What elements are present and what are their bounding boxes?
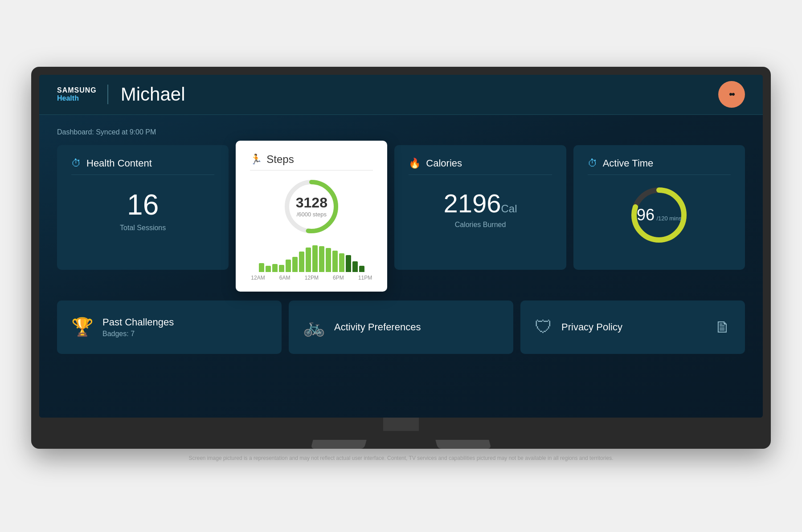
bar bbox=[319, 246, 324, 272]
sync-status: Dashboard: Synced at 9:00 PM bbox=[57, 128, 745, 136]
header-divider bbox=[107, 85, 108, 104]
bar bbox=[299, 252, 304, 272]
active-time-header: ⏱ Active Time bbox=[588, 158, 731, 175]
cards-row: ⏱ Health Content 16 Total Sessions 🏃 Ste… bbox=[57, 145, 745, 292]
active-time-icon: ⏱ bbox=[588, 158, 597, 169]
steps-icon: 🏃 bbox=[250, 154, 262, 165]
shield-icon: 🛡 bbox=[535, 317, 552, 337]
health-content-icon: ⏱ bbox=[71, 158, 81, 169]
privacy-policy-title: Privacy Policy bbox=[561, 321, 622, 333]
steps-title: Steps bbox=[266, 153, 294, 166]
chart-label-6pm: 6PM bbox=[333, 275, 344, 281]
calories-title: Calories bbox=[426, 158, 462, 169]
privacy-policy-text: Privacy Policy bbox=[561, 321, 622, 333]
bar bbox=[272, 264, 278, 272]
chart-label-12pm: 12PM bbox=[305, 275, 319, 281]
samsung-label: SAMSUNG bbox=[57, 86, 97, 94]
bar bbox=[312, 245, 318, 272]
past-challenges-title: Past Challenges bbox=[102, 317, 174, 328]
header: SAMSUNG Health Michael •• bbox=[39, 75, 763, 115]
past-challenges-card[interactable]: 🏆 Past Challenges Badges: 7 bbox=[57, 301, 282, 354]
calories-value: 2196 bbox=[443, 188, 501, 218]
steps-card[interactable]: 🏃 Steps 3128 /6000 steps bbox=[236, 141, 387, 292]
bottom-row: 🏆 Past Challenges Badges: 7 🚲 Activity P… bbox=[57, 301, 745, 354]
active-time-card[interactable]: ⏱ Active Time 96 /120 mins bbox=[573, 145, 745, 270]
tv-stand bbox=[39, 418, 763, 449]
health-content-label: Total Sessions bbox=[71, 224, 214, 232]
bar bbox=[352, 261, 358, 272]
active-time-goal: /120 mins bbox=[656, 215, 681, 222]
chart-label-11pm: 11PM bbox=[358, 275, 372, 281]
document-icon: 🗎 bbox=[715, 318, 731, 337]
steps-header: 🏃 Steps bbox=[250, 153, 373, 171]
health-content-title: Health Content bbox=[86, 158, 152, 169]
bar bbox=[346, 255, 351, 272]
active-time-title: Active Time bbox=[603, 158, 654, 169]
activity-preferences-title: Activity Preferences bbox=[334, 321, 421, 333]
tv-screen: SAMSUNG Health Michael •• Dashboard: Syn… bbox=[39, 75, 763, 418]
calories-content: 2196 Cal bbox=[409, 188, 552, 218]
health-content-value: 16 bbox=[71, 188, 214, 221]
health-content-header: ⏱ Health Content bbox=[71, 158, 214, 175]
user-name: Michael bbox=[121, 84, 718, 105]
calories-card[interactable]: 🔥 Calories 2196 Cal Calories Burned bbox=[394, 145, 566, 270]
bar bbox=[279, 265, 284, 272]
steps-center-text: 3128 /6000 steps bbox=[296, 195, 327, 217]
past-challenges-sub: Badges: 7 bbox=[102, 330, 174, 338]
disclaimer-text: Screen image pictured is a representatio… bbox=[189, 455, 614, 466]
stand-base-right bbox=[435, 440, 491, 449]
bar bbox=[292, 257, 298, 272]
privacy-policy-card[interactable]: 🛡 Privacy Policy 🗎 bbox=[520, 301, 745, 354]
steps-value: 3128 bbox=[296, 195, 327, 211]
chart-label-6am: 6AM bbox=[279, 275, 291, 281]
app-logo: SAMSUNG Health bbox=[57, 86, 97, 102]
stand-neck bbox=[383, 418, 419, 431]
main-content: Dashboard: Synced at 9:00 PM ⏱ Health Co… bbox=[39, 115, 763, 418]
calories-header: 🔥 Calories bbox=[409, 158, 552, 175]
steps-bar-chart bbox=[250, 241, 373, 272]
bar bbox=[332, 251, 338, 272]
avatar-button[interactable]: •• bbox=[718, 81, 745, 108]
bar bbox=[339, 253, 344, 272]
activity-preferences-card[interactable]: 🚲 Activity Preferences bbox=[289, 301, 513, 354]
chart-labels: 12AM 6AM 12PM 6PM 11PM bbox=[250, 275, 373, 281]
calories-icon: 🔥 bbox=[409, 158, 421, 169]
active-time-text: 96 /120 mins bbox=[637, 206, 682, 224]
past-challenges-text: Past Challenges Badges: 7 bbox=[102, 317, 174, 338]
tv-frame: SAMSUNG Health Michael •• Dashboard: Syn… bbox=[31, 67, 771, 449]
activity-preferences-text: Activity Preferences bbox=[334, 321, 421, 333]
stand-base-left bbox=[311, 440, 366, 449]
active-time-value: 96 bbox=[637, 206, 655, 224]
trophy-icon: 🏆 bbox=[71, 317, 94, 337]
active-time-ring: 96 /120 mins bbox=[588, 184, 731, 246]
calories-label: Calories Burned bbox=[409, 221, 552, 229]
health-content-card[interactable]: ⏱ Health Content 16 Total Sessions bbox=[57, 145, 229, 270]
bar bbox=[259, 263, 264, 272]
bar bbox=[266, 266, 271, 272]
bicycle-icon: 🚲 bbox=[303, 317, 325, 337]
bar bbox=[326, 248, 331, 272]
bar bbox=[306, 248, 311, 272]
health-label: Health bbox=[57, 94, 97, 102]
bar bbox=[359, 266, 364, 272]
avatar-icon: •• bbox=[729, 89, 734, 100]
chart-label-12am: 12AM bbox=[251, 275, 265, 281]
steps-circle: 3128 /6000 steps bbox=[250, 178, 373, 236]
calories-unit: Cal bbox=[501, 203, 517, 215]
bar bbox=[286, 260, 291, 272]
steps-goal: /6000 steps bbox=[297, 211, 327, 218]
